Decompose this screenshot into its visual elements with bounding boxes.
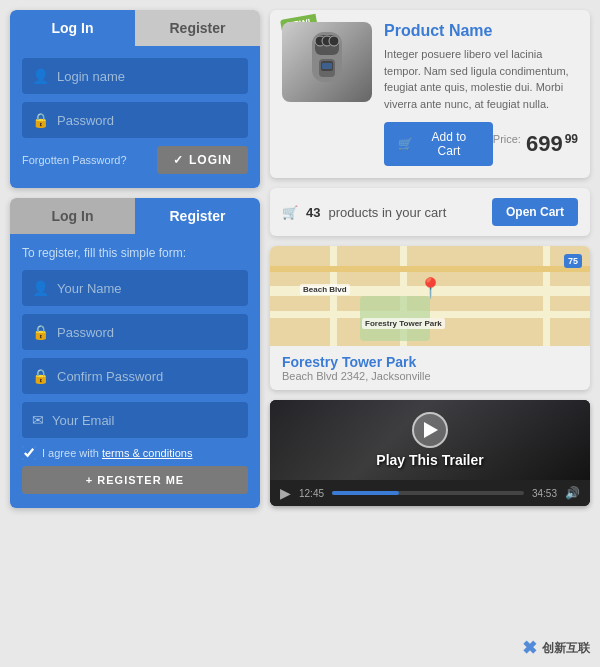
- video-label: Play This Trailer: [376, 452, 483, 468]
- lock-icon-1: 🔒: [32, 112, 49, 128]
- login-panel: Log In Register 👤 🔒 Forgotten Password? …: [10, 10, 260, 188]
- product-info: Product Name Integer posuere libero vel …: [384, 22, 578, 166]
- login-name-input[interactable]: [57, 69, 238, 84]
- terms-label: I agree with terms & conditions: [42, 447, 192, 459]
- product-description: Integer posuere libero vel lacinia tempo…: [384, 46, 578, 112]
- register-password-input[interactable]: [57, 325, 238, 340]
- video-play-icon[interactable]: ▶: [280, 485, 291, 501]
- terms-link[interactable]: terms & conditions: [102, 447, 192, 459]
- register-note: To register, fill this simple form:: [22, 246, 248, 260]
- lock-icon-2: 🔒: [32, 324, 49, 340]
- price-wrap: Price: 699 99: [493, 133, 578, 155]
- terms-checkbox[interactable]: [22, 446, 36, 460]
- highway-badge: 75: [564, 254, 582, 268]
- login-name-row: 👤: [22, 58, 248, 94]
- video-card: Play This Trailer ▶ 12:45 34:53 🔊: [270, 400, 590, 506]
- play-triangle-icon: [424, 422, 438, 438]
- register-button[interactable]: + REGISTER ME: [22, 466, 248, 494]
- register-name-row: 👤: [22, 270, 248, 306]
- map-info: Forestry Tower Park Beach Blvd 2342, Jac…: [270, 346, 590, 390]
- price-label: Price:: [493, 133, 521, 145]
- watermark-text: 创新互联: [542, 640, 590, 657]
- register-panel: Log In Register To register, fill this s…: [10, 198, 260, 508]
- lock-icon-3: 🔒: [32, 368, 49, 384]
- cart-bar: 🛒 43 products in your cart Open Cart: [270, 188, 590, 236]
- terms-row: I agree with terms & conditions: [22, 446, 248, 460]
- product-image: [282, 22, 372, 102]
- video-total-time: 34:53: [532, 488, 557, 499]
- cart-text: products in your cart: [328, 205, 446, 220]
- map-blvd-label: Beach Blvd: [300, 284, 350, 295]
- cart-icon: 🛒: [398, 137, 413, 151]
- add-to-cart-button[interactable]: 🛒 Add to Cart: [384, 122, 493, 166]
- checkmark-icon: ✓: [173, 153, 184, 167]
- video-thumbnail: Play This Trailer: [270, 400, 590, 480]
- email-input[interactable]: [52, 413, 238, 428]
- open-cart-button[interactable]: Open Cart: [492, 198, 578, 226]
- video-progress-fill: [332, 491, 399, 495]
- tab-login-2[interactable]: Log In: [10, 198, 135, 234]
- email-row: ✉: [22, 402, 248, 438]
- product-name: Product Name: [384, 22, 578, 40]
- map-area: Forestry Tower Park Beach Blvd 📍 75: [270, 246, 590, 346]
- confirm-password-input[interactable]: [57, 369, 238, 384]
- map-subtitle: Beach Blvd 2342, Jacksonville: [282, 370, 578, 382]
- login-password-input[interactable]: [57, 113, 238, 128]
- tab-register-1[interactable]: Register: [135, 10, 260, 46]
- tab-login-1[interactable]: Log In: [10, 10, 135, 46]
- price-cents: 99: [565, 133, 578, 145]
- svg-rect-7: [322, 63, 332, 69]
- video-progress-bar[interactable]: [332, 491, 524, 495]
- cart-bar-icon: 🛒: [282, 205, 298, 220]
- price-main: 699: [526, 133, 563, 155]
- register-password-row: 🔒: [22, 314, 248, 350]
- play-button[interactable]: [412, 412, 448, 448]
- cart-count: 43: [306, 205, 320, 220]
- cart-info: 🛒 43 products in your cart: [282, 205, 446, 220]
- video-current-time: 12:45: [299, 488, 324, 499]
- video-controls: ▶ 12:45 34:53 🔊: [270, 480, 590, 506]
- confirm-password-row: 🔒: [22, 358, 248, 394]
- product-actions: 🛒 Add to Cart Price: 699 99: [384, 122, 578, 166]
- product-image-wrap: NEW!: [282, 22, 372, 166]
- watermark-logo: ✖: [522, 637, 537, 659]
- map-park-label: Forestry Tower Park: [362, 318, 445, 329]
- login-button[interactable]: ✓ LOGIN: [157, 146, 248, 174]
- login-password-row: 🔒: [22, 102, 248, 138]
- email-icon: ✉: [32, 412, 44, 428]
- volume-icon[interactable]: 🔊: [565, 486, 580, 500]
- register-name-input[interactable]: [57, 281, 238, 296]
- play-btn-wrap: Play This Trailer: [376, 412, 483, 468]
- watermark: ✖ 创新互联: [522, 637, 590, 659]
- map-card: Forestry Tower Park Beach Blvd 📍 75 Fore…: [270, 246, 590, 390]
- forgot-password-link[interactable]: Forgotten Password?: [22, 154, 127, 166]
- map-pin: 📍: [418, 276, 443, 300]
- tab-register-2[interactable]: Register: [135, 198, 260, 234]
- user-icon: 👤: [32, 68, 49, 84]
- user-icon-2: 👤: [32, 280, 49, 296]
- product-card: NEW! Product Name Integer: [270, 10, 590, 178]
- svg-point-4: [329, 36, 339, 46]
- map-title: Forestry Tower Park: [282, 354, 578, 370]
